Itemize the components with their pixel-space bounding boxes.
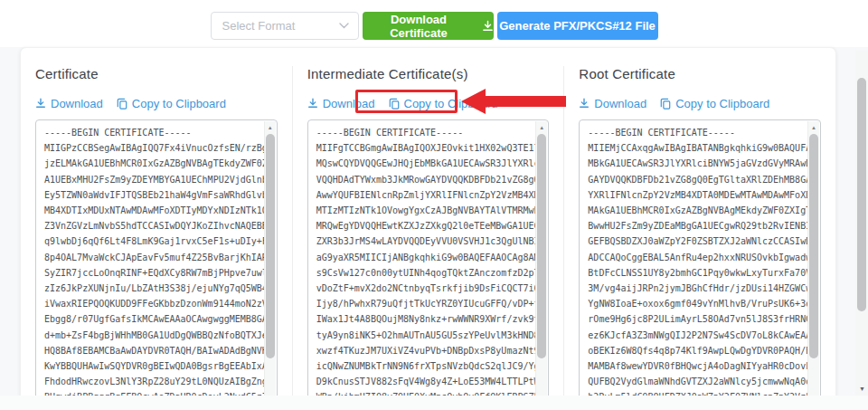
scroll-up-arrow-icon[interactable]: ▲ — [536, 121, 547, 133]
page-scrollbar[interactable]: ▼ — [855, 51, 868, 396]
certificate-pem-text: -----BEGIN CERTIFICATE----- MIIGPzCCBSeg… — [36, 120, 265, 410]
scrollbar-thumb[interactable] — [537, 134, 546, 358]
copy-icon — [660, 98, 671, 110]
root-download-label: Download — [594, 97, 646, 110]
format-select-placeholder: Select Format — [222, 19, 296, 33]
download-certificate-button-label: Download Certificate — [363, 13, 476, 40]
certificate-download-label: Download — [51, 97, 103, 110]
generate-pfx-button[interactable]: Generate PFX/PKCS#12 File — [497, 12, 658, 40]
scroll-down-arrow-icon[interactable]: ▼ — [859, 386, 865, 392]
intermediate-pem-text: -----BEGIN CERTIFICATE----- MIIFgTCCBGmg… — [308, 120, 537, 410]
intermediate-certificate-textarea[interactable]: -----BEGIN CERTIFICATE----- MIIFgTCCBGmg… — [307, 119, 550, 410]
certificate-copy-link[interactable]: Copy to Clipboard — [117, 97, 226, 110]
download-icon — [35, 98, 46, 109]
format-select[interactable]: Select Format — [211, 12, 359, 40]
textarea-scrollbar[interactable]: ▲ — [535, 121, 547, 410]
copy-icon — [117, 98, 127, 110]
scrollbar-thumb[interactable] — [809, 134, 818, 358]
download-icon — [579, 98, 590, 109]
root-copy-label: Copy to Clipboard — [675, 97, 769, 110]
panel-certificate-title: Certificate — [35, 66, 278, 81]
intermediate-copy-link[interactable]: Copy to Clipboard — [389, 97, 498, 110]
copy-icon — [389, 98, 400, 110]
scroll-up-arrow-icon[interactable]: ▲ — [265, 121, 276, 133]
intermediate-download-label: Download — [323, 97, 375, 110]
bottom-band — [0, 396, 868, 410]
panel-intermediate-certificate: Intermediate Certificate(s) Download Cop… — [292, 66, 564, 410]
textarea-scrollbar[interactable]: ▲ — [264, 121, 276, 410]
root-download-link[interactable]: Download — [579, 97, 646, 110]
intermediate-copy-label: Copy to Clipboard — [404, 97, 498, 110]
panel-certificate: Certificate Download Copy to Clipboard -… — [21, 66, 292, 410]
certificate-copy-label: Copy to Clipboard — [132, 97, 226, 110]
certificate-download-link[interactable]: Download — [35, 97, 103, 110]
scrollbar-thumb[interactable] — [266, 134, 275, 358]
panel-root-title: Root Certificate — [579, 66, 821, 81]
toolbar: Select Format Download Certificate Gener… — [0, 0, 868, 47]
download-certificate-button[interactable]: Download Certificate — [363, 12, 494, 40]
panel-intermediate-title: Intermediate Certificate(s) — [307, 66, 550, 81]
chevron-down-icon — [339, 23, 349, 29]
root-copy-link[interactable]: Copy to Clipboard — [660, 97, 769, 110]
textarea-scrollbar[interactable]: ▲ — [807, 121, 819, 410]
download-icon — [482, 20, 494, 32]
scroll-up-arrow-icon[interactable]: ▲ — [808, 121, 819, 133]
root-certificate-textarea[interactable]: -----BEGIN CERTIFICATE----- MIIEMjCCAxqg… — [579, 119, 821, 410]
certificates-card: Certificate Download Copy to Clipboard -… — [20, 47, 836, 410]
certificate-textarea[interactable]: -----BEGIN CERTIFICATE----- MIIGPzCCBSeg… — [35, 119, 278, 410]
page-scrollbar-thumb[interactable] — [857, 78, 866, 311]
panel-root-certificate: Root Certificate Download Copy to Clipbo… — [563, 66, 835, 410]
generate-pfx-button-label: Generate PFX/PKCS#12 File — [499, 19, 656, 33]
download-icon — [307, 98, 318, 109]
root-pem-text: -----BEGIN CERTIFICATE----- MIIEMjCCAxqg… — [580, 120, 808, 410]
intermediate-download-link[interactable]: Download — [307, 97, 375, 110]
